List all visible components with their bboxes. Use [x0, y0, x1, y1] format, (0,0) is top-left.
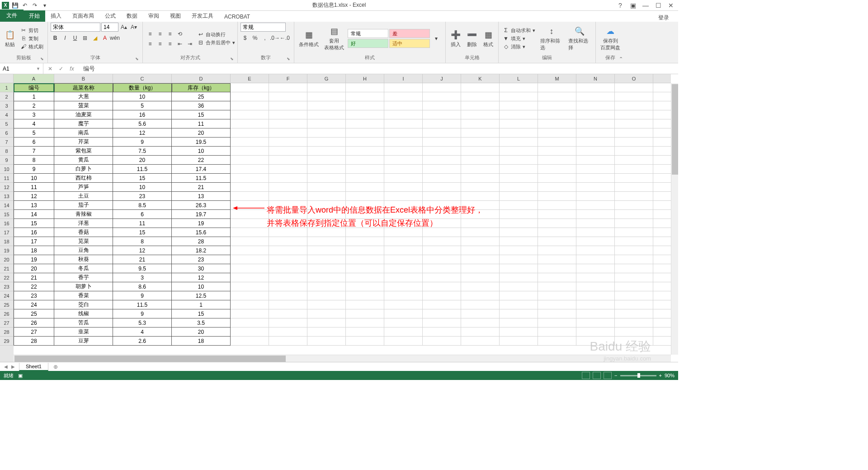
cell-L26[interactable] — [500, 309, 538, 318]
cell-F7[interactable] — [269, 138, 307, 147]
cell-O27[interactable] — [615, 318, 653, 328]
cell-I6[interactable] — [384, 128, 423, 138]
cell-J13[interactable] — [423, 192, 461, 201]
cell-A15[interactable]: 14 — [14, 210, 54, 219]
cell-N5[interactable] — [576, 119, 615, 128]
cell-M4[interactable] — [538, 110, 576, 119]
cell-P14[interactable] — [653, 201, 671, 210]
cell-O11[interactable] — [615, 174, 653, 183]
cell-J1[interactable] — [423, 83, 461, 92]
style-good[interactable]: 好 — [348, 39, 388, 48]
row-header-28[interactable]: 28 — [0, 328, 14, 337]
cell-B3[interactable]: 菠菜 — [54, 101, 113, 110]
cell-A21[interactable]: 20 — [14, 264, 54, 273]
cell-P9[interactable] — [653, 156, 671, 165]
cell-C24[interactable]: 9 — [113, 291, 172, 300]
cell-O4[interactable] — [615, 110, 653, 119]
cell-L23[interactable] — [500, 282, 538, 291]
cell-M27[interactable] — [538, 318, 576, 328]
cell-G28[interactable] — [307, 328, 346, 337]
cell-I3[interactable] — [384, 101, 423, 110]
cell-O7[interactable] — [615, 138, 653, 147]
cell-E26[interactable] — [231, 309, 269, 318]
cell-D28[interactable]: 20 — [172, 328, 231, 337]
row-header-6[interactable]: 6 — [0, 128, 14, 138]
cell-L3[interactable] — [500, 101, 538, 110]
cell-C6[interactable]: 12 — [113, 128, 172, 138]
cell-A20[interactable]: 19 — [14, 255, 54, 264]
cell-L13[interactable] — [500, 192, 538, 201]
cell-J6[interactable] — [423, 128, 461, 138]
cell-C18[interactable]: 8 — [113, 237, 172, 246]
cell-G18[interactable] — [307, 237, 346, 246]
cell-N11[interactable] — [576, 174, 615, 183]
ribbon-options-icon[interactable]: ▣ — [628, 1, 637, 9]
cell-D27[interactable]: 3.5 — [172, 318, 231, 328]
cell-H25[interactable] — [346, 300, 384, 309]
clipboard-launcher-icon[interactable]: ⬊ — [40, 57, 44, 61]
cell-L12[interactable] — [500, 183, 538, 192]
save-baidu-button[interactable]: ☁保存到 百度网盘 — [599, 25, 622, 52]
row-header-20[interactable]: 20 — [0, 255, 14, 264]
cell-K8[interactable] — [461, 147, 500, 156]
cell-B15[interactable]: 青辣椒 — [54, 210, 113, 219]
cell-O21[interactable] — [615, 264, 653, 273]
cell-K28[interactable] — [461, 328, 500, 337]
cell-B14[interactable]: 茄子 — [54, 201, 113, 210]
cell-L6[interactable] — [500, 128, 538, 138]
cell-M15[interactable] — [538, 210, 576, 219]
align-right-icon[interactable]: ≡ — [165, 39, 175, 48]
cell-C15[interactable]: 6 — [113, 210, 172, 219]
cell-A25[interactable]: 24 — [14, 300, 54, 309]
name-box[interactable]: A1▼ — [0, 63, 43, 74]
cell-B29[interactable]: 豆芽 — [54, 337, 113, 346]
row-header-2[interactable]: 2 — [0, 92, 14, 101]
cell-E20[interactable] — [231, 255, 269, 264]
cell-L22[interactable] — [500, 273, 538, 282]
cell-N12[interactable] — [576, 183, 615, 192]
cell-D11[interactable]: 11.5 — [172, 174, 231, 183]
cell-A12[interactable]: 11 — [14, 183, 54, 192]
cell-D8[interactable]: 10 — [172, 147, 231, 156]
row-header-9[interactable]: 9 — [0, 156, 14, 165]
cell-K18[interactable] — [461, 237, 500, 246]
cell-F19[interactable] — [269, 246, 307, 255]
sheet-nav-next-icon[interactable]: ▶ — [10, 363, 16, 370]
cell-G5[interactable] — [307, 119, 346, 128]
cell-F28[interactable] — [269, 328, 307, 337]
cell-I4[interactable] — [384, 110, 423, 119]
sheet-tab-sheet1[interactable]: Sheet1 — [19, 363, 48, 371]
cell-A2[interactable]: 1 — [14, 92, 54, 101]
col-header-J[interactable]: J — [423, 74, 461, 83]
cell-J18[interactable] — [423, 237, 461, 246]
sheet-nav-prev-icon[interactable]: ◀ — [3, 363, 9, 370]
cell-J3[interactable] — [423, 101, 461, 110]
find-select-button[interactable]: 🔍查找和选择 — [566, 25, 593, 52]
cell-N6[interactable] — [576, 128, 615, 138]
cell-J4[interactable] — [423, 110, 461, 119]
cell-E21[interactable] — [231, 264, 269, 273]
cell-B4[interactable]: 油麦菜 — [54, 110, 113, 119]
style-more-icon[interactable]: ▾ — [432, 34, 441, 43]
cell-N29[interactable] — [576, 337, 615, 346]
sort-filter-button[interactable]: ↕排序和筛选 — [538, 25, 565, 52]
cell-L29[interactable] — [500, 337, 538, 346]
cell-J29[interactable] — [423, 337, 461, 346]
cell-N3[interactable] — [576, 101, 615, 110]
tab-file[interactable]: 文件 — [0, 9, 24, 22]
cell-K22[interactable] — [461, 273, 500, 282]
cell-C8[interactable]: 7.5 — [113, 147, 172, 156]
cell-G29[interactable] — [307, 337, 346, 346]
cell-M14[interactable] — [538, 201, 576, 210]
cell-F12[interactable] — [269, 183, 307, 192]
cell-B21[interactable]: 冬瓜 — [54, 264, 113, 273]
qat-save-icon[interactable]: 💾 — [11, 1, 19, 9]
cell-I10[interactable] — [384, 165, 423, 174]
cell-O12[interactable] — [615, 183, 653, 192]
paste-button[interactable]: 📋粘贴 — [3, 28, 17, 49]
cell-M2[interactable] — [538, 92, 576, 101]
cell-H13[interactable] — [346, 192, 384, 201]
view-pagelayout-icon[interactable] — [593, 372, 601, 379]
delete-cells-button[interactable]: ➖删除 — [465, 28, 479, 49]
row-header-16[interactable]: 16 — [0, 219, 14, 228]
